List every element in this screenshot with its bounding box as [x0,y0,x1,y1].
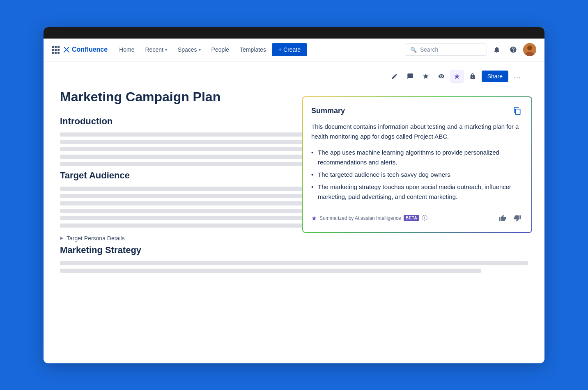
doc-toolbar: Share ... [60,70,528,83]
nav-templates[interactable]: Templates [235,43,271,56]
beta-badge: BETA [404,215,419,221]
ai-badge: Summarized by Atlassian Intelligence BET… [311,214,427,222]
summary-popup-inner: Summary This document contains informati… [303,97,531,232]
marketing-skeleton [60,261,528,273]
svg-point-1 [527,46,532,50]
browser-window: Confluence Home Recent ▾ Spaces ▾ People… [44,27,544,363]
share-button[interactable]: Share [482,71,508,82]
lock-icon [469,73,476,80]
thumbs-up-icon [499,214,506,222]
logo-text: Confluence [72,46,108,53]
recent-chevron: ▾ [165,48,167,52]
copy-button[interactable] [512,105,523,117]
edit-icon [391,73,398,80]
avatar[interactable] [523,43,536,56]
grid-icon[interactable] [52,46,60,54]
ai-footer-text: Summarized by Atlassian Intelligence [319,215,401,221]
nav-spaces[interactable]: Spaces ▾ [173,43,206,56]
expand-row[interactable]: ▶ Target Persona Details [60,232,528,245]
search-bar[interactable]: 🔍 Search [405,43,487,56]
summary-footer: Summarized by Atlassian Intelligence BET… [311,208,523,224]
restrict-button[interactable] [466,70,479,83]
expand-label: Target Persona Details [67,235,125,242]
ai-button[interactable] [450,70,464,83]
help-button[interactable] [507,43,520,56]
create-button[interactable]: + Create [272,43,307,56]
nav-people[interactable]: People [207,43,234,56]
comment-icon [407,73,413,80]
ai-sparkle-icon [454,73,460,80]
nav-home[interactable]: Home [114,43,139,56]
thumbs-up-button[interactable] [497,212,508,224]
summary-header: Summary [311,105,523,117]
search-placeholder: Search [420,46,438,53]
eye-icon [438,73,445,80]
summary-bullet-2: The targeted audience is tech-savvy dog … [311,169,523,181]
nav-recent[interactable]: Recent ▾ [140,43,172,56]
summary-popup: Summary This document contains informati… [302,96,532,233]
confluence-logo[interactable]: Confluence [63,46,108,53]
help-icon [510,46,517,53]
thumbs-down-icon [514,214,521,222]
target-section-wrapper: Target Audience Summary [60,170,528,228]
bell-icon [493,46,501,53]
star-icon [423,73,429,80]
confluence-x-icon [63,46,70,53]
watch-button[interactable] [435,70,448,83]
summary-bullet-1: The app uses machine learning algorithms… [311,146,523,169]
feedback-icons [497,212,523,224]
marketing-heading: Marketing Strategy [60,245,528,255]
thumbs-down-button[interactable] [512,212,523,224]
content-area: Share ... Marketing Campaign Plan Introd… [44,62,544,363]
top-bar [44,27,544,39]
summary-intro: This document contains information about… [311,122,523,141]
navbar: Confluence Home Recent ▾ Spaces ▾ People… [44,39,544,62]
summary-bullet-3: The marketing strategy touches upon soci… [311,181,523,203]
user-avatar-img [523,43,536,56]
more-button[interactable]: ... [511,70,524,83]
summary-title: Summary [311,107,345,115]
nav-right: 🔍 Search [405,43,536,56]
comment-button[interactable] [404,70,417,83]
expand-chevron: ▶ [60,235,63,241]
summary-body: This document contains information about… [311,122,523,203]
search-icon: 🔍 [410,47,417,53]
copy-icon-svg [513,107,521,115]
star-button[interactable] [419,70,432,83]
notifications-button[interactable] [490,43,503,56]
edit-button[interactable] [388,70,401,83]
ai-footer-icon [311,215,317,221]
nav-links: Home Recent ▾ Spaces ▾ People Templates … [114,43,405,56]
spaces-chevron: ▾ [199,48,201,52]
info-icon[interactable]: ⓘ [422,214,427,222]
summary-list: The app uses machine learning algorithms… [311,146,523,203]
nav-logo-area: Confluence [52,46,108,54]
